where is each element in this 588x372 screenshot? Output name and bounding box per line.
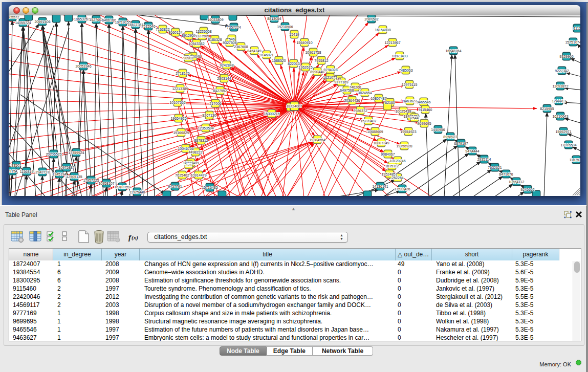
svg-text:12093872: 12093872 xyxy=(552,84,568,88)
svg-text:19756928: 19756928 xyxy=(396,144,412,148)
svg-text:10688609: 10688609 xyxy=(367,130,383,134)
svg-text:3824554: 3824554 xyxy=(358,91,372,95)
svg-text:6497568: 6497568 xyxy=(340,89,354,92)
svg-text:9777169: 9777169 xyxy=(334,80,348,84)
svg-text:14055724: 14055724 xyxy=(15,21,31,25)
svg-text:1527602: 1527602 xyxy=(89,18,103,21)
svg-text:6879197: 6879197 xyxy=(454,142,468,145)
svg-text:1362615: 1362615 xyxy=(298,65,312,69)
svg-text:12975115: 12975115 xyxy=(402,83,418,86)
svg-text:2718176: 2718176 xyxy=(176,72,189,75)
svg-text:12213967: 12213967 xyxy=(384,41,400,45)
svg-text:15692971: 15692971 xyxy=(555,130,571,134)
svg-text:8215955: 8215955 xyxy=(540,107,554,111)
svg-text:16782759: 16782759 xyxy=(114,185,130,189)
svg-text:19166829: 19166829 xyxy=(173,131,189,135)
svg-text:62160: 62160 xyxy=(385,101,395,104)
svg-text:7544: 7544 xyxy=(410,116,419,120)
svg-text:9327505: 9327505 xyxy=(195,34,209,38)
svg-text:19654925: 19654925 xyxy=(170,117,186,120)
svg-text:1156819: 1156819 xyxy=(20,170,34,173)
svg-text:15720407: 15720407 xyxy=(360,119,376,123)
svg-text:7357224: 7357224 xyxy=(227,26,241,29)
svg-text:822013: 822013 xyxy=(288,62,299,65)
svg-text:9327508: 9327508 xyxy=(223,41,236,45)
svg-text:10975887: 10975887 xyxy=(58,166,74,169)
svg-text:9084067: 9084067 xyxy=(381,152,395,156)
svg-text:18724007: 18724007 xyxy=(286,104,302,108)
svg-text:19654923: 19654923 xyxy=(400,130,416,134)
svg-text:8878312: 8878312 xyxy=(194,139,208,142)
svg-text:7515546: 7515546 xyxy=(141,25,155,28)
svg-text:10543382: 10543382 xyxy=(188,42,204,46)
svg-text:12505135: 12505135 xyxy=(66,175,82,179)
svg-text:7625402: 7625402 xyxy=(175,173,189,177)
svg-text:7986372: 7986372 xyxy=(353,109,367,113)
svg-text:17016504: 17016504 xyxy=(560,143,576,147)
svg-text:16154808: 16154808 xyxy=(375,28,390,32)
svg-text:20691406: 20691406 xyxy=(34,20,50,24)
svg-text:2942737: 2942737 xyxy=(35,170,49,174)
svg-text:10914479: 10914479 xyxy=(190,173,206,177)
svg-text:1345194: 1345194 xyxy=(52,172,66,176)
svg-text:9245652: 9245652 xyxy=(520,188,534,191)
svg-text:(x): (x) xyxy=(132,234,138,241)
svg-text:19384554: 19384554 xyxy=(309,138,325,142)
svg-text:7485063: 7485063 xyxy=(399,69,412,72)
svg-text:7632621: 7632621 xyxy=(488,166,502,169)
svg-text:9146821: 9146821 xyxy=(259,53,273,57)
svg-text:8267130: 8267130 xyxy=(202,114,216,117)
svg-text:1588520: 1588520 xyxy=(272,59,286,62)
svg-text:11925448: 11925448 xyxy=(129,190,145,194)
svg-text:15751074: 15751074 xyxy=(565,40,580,44)
svg-text:8813054: 8813054 xyxy=(267,17,281,20)
svg-text:8958923: 8958923 xyxy=(443,135,457,139)
svg-text:10107552: 10107552 xyxy=(169,101,185,104)
svg-text:10120746: 10120746 xyxy=(389,159,405,163)
svg-text:2367608: 2367608 xyxy=(234,45,248,49)
svg-text:13226058: 13226058 xyxy=(195,30,211,33)
svg-text:9115460: 9115460 xyxy=(419,108,432,112)
svg-text:9242848: 9242848 xyxy=(220,63,233,67)
svg-text:10653267: 10653267 xyxy=(74,17,90,21)
svg-text:19524851: 19524851 xyxy=(381,172,397,176)
svg-text:1615112: 1615112 xyxy=(385,164,399,168)
svg-text:8912956: 8912956 xyxy=(182,34,195,37)
svg-text:10807487: 10807487 xyxy=(371,97,386,100)
svg-text:39154: 39154 xyxy=(9,169,17,173)
svg-text:98903: 98903 xyxy=(183,56,193,60)
svg-text:2087682: 2087682 xyxy=(364,17,378,21)
svg-text:12353594: 12353594 xyxy=(198,126,213,130)
svg-text:217006: 217006 xyxy=(209,102,221,105)
svg-text:1405572: 1405572 xyxy=(9,15,19,19)
svg-text:19218506: 19218506 xyxy=(277,25,293,29)
svg-text:20053346: 20053346 xyxy=(75,64,91,68)
svg-text:15716485: 15716485 xyxy=(202,186,217,189)
svg-text:17359924: 17359924 xyxy=(68,151,84,155)
svg-text:8990448: 8990448 xyxy=(310,70,324,74)
svg-text:9794028: 9794028 xyxy=(323,68,337,72)
svg-text:10961758: 10961758 xyxy=(305,51,321,54)
svg-text:9474444: 9474444 xyxy=(465,149,479,153)
svg-text:9329966: 9329966 xyxy=(559,55,573,58)
svg-text:8427552: 8427552 xyxy=(213,89,227,93)
svg-text:20206526: 20206526 xyxy=(46,152,61,156)
svg-text:16033809: 16033809 xyxy=(207,18,223,21)
svg-text:9463627: 9463627 xyxy=(403,99,417,103)
svg-text:4498222: 4498222 xyxy=(188,150,202,154)
svg-text:14136141: 14136141 xyxy=(372,185,388,188)
svg-text:9227342: 9227342 xyxy=(555,69,569,73)
svg-text:16210643: 16210643 xyxy=(552,115,568,118)
svg-text:546: 546 xyxy=(229,37,235,41)
svg-text:1112: 1112 xyxy=(574,27,580,30)
svg-text:1167533: 1167533 xyxy=(570,158,580,162)
svg-text:7163822: 7163822 xyxy=(156,28,169,31)
svg-text:6466160: 6466160 xyxy=(102,18,116,22)
svg-text:17957225: 17957225 xyxy=(83,179,99,182)
svg-text:10025438: 10025438 xyxy=(395,110,411,113)
svg-text:10046756: 10046756 xyxy=(178,147,193,150)
svg-text:9465546: 9465546 xyxy=(417,100,430,104)
svg-text:16648764: 16648764 xyxy=(445,49,461,53)
svg-text:10958107: 10958107 xyxy=(98,182,114,185)
svg-text:2803144: 2803144 xyxy=(217,77,231,80)
